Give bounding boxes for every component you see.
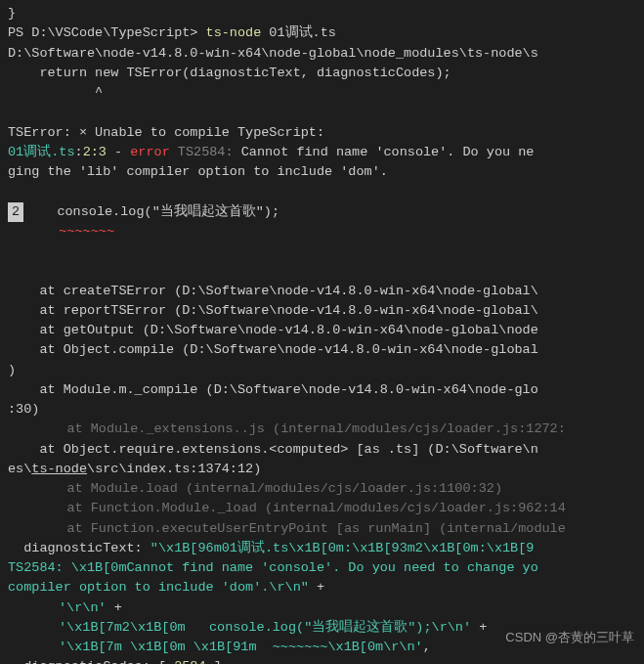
- command-name: ts-node: [206, 25, 262, 40]
- stack-frame-internal: at Function.executeUserEntryPoint [as ru…: [8, 519, 636, 539]
- blank: [8, 182, 636, 201]
- stack-frame-internal: at Function.Module._load (internal/modul…: [8, 499, 636, 518]
- diagnostic-codes: diagnosticCodes: [ 2584 ]: [8, 657, 636, 664]
- stack-frame: at reportTSError (D:\Software\node-v14.8…: [8, 301, 636, 321]
- return-line: return new TSError(diagnosticText, diagn…: [8, 64, 636, 83]
- error-msg-cont: ging the 'lib' compiler option to includ…: [8, 162, 636, 182]
- diagnostic-text-line: TS2584: \x1B[0mCannot find name 'console…: [8, 558, 636, 578]
- stack-frame-internal: at Module.load (internal/modules/cjs/loa…: [8, 479, 636, 499]
- blank: [8, 261, 636, 281]
- watermark-text: CSDN @杏黄的三叶草: [505, 628, 634, 647]
- diagnostic-text-line: compiler option to include 'dom'.\r\n" +: [8, 578, 636, 598]
- stack-frame-cont: :30): [8, 400, 636, 420]
- stack-frame: at getOutput (D:\Software\node-v14.8.0-w…: [8, 321, 636, 340]
- error-location: 01调试.ts:2:3 - error TS2584: Cannot find …: [8, 143, 636, 162]
- diagnostic-text-label: diagnosticText: "\x1B[96m01调试.ts\x1B[0m:…: [8, 539, 636, 558]
- terminal-output[interactable]: } PS D:\VSCode\TypeScript> ts-node 01调试.…: [8, 4, 636, 664]
- stack-frame-cont: es\ts-node\src\index.ts:1374:12): [8, 460, 636, 479]
- diagnostic-text-line: '\r\n' +: [8, 598, 636, 618]
- prompt-line-1: PS D:\VSCode\TypeScript> ts-node 01调试.ts: [8, 23, 636, 43]
- stack-frame: at Object.require.extensions.<computed> …: [8, 440, 636, 460]
- stack-paren: ): [8, 361, 636, 380]
- blank: [8, 103, 636, 122]
- tserror-header: TSError: × Unable to compile TypeScript:: [8, 123, 636, 143]
- squiggle: ~~~~~~~: [8, 222, 636, 242]
- caret-line: ^: [8, 83, 636, 103]
- stack-frame: at createTSError (D:\Software\node-v14.8…: [8, 282, 636, 301]
- stack-frame: at Module.m._compile (D:\Software\node-v…: [8, 380, 636, 400]
- blank: [8, 242, 636, 261]
- code-snippet: 2 console.log("当我唱起这首歌");: [8, 202, 636, 222]
- line-number-gutter: 2: [8, 202, 23, 222]
- stack-frame-internal: at Module._extensions..js (internal/modu…: [8, 420, 636, 439]
- error-path: D:\Software\node-v14.8.0-win-x64\node-gl…: [8, 44, 636, 64]
- stack-frame: at Object.compile (D:\Software\node-v14.…: [8, 340, 636, 360]
- brace-close: }: [8, 4, 636, 23]
